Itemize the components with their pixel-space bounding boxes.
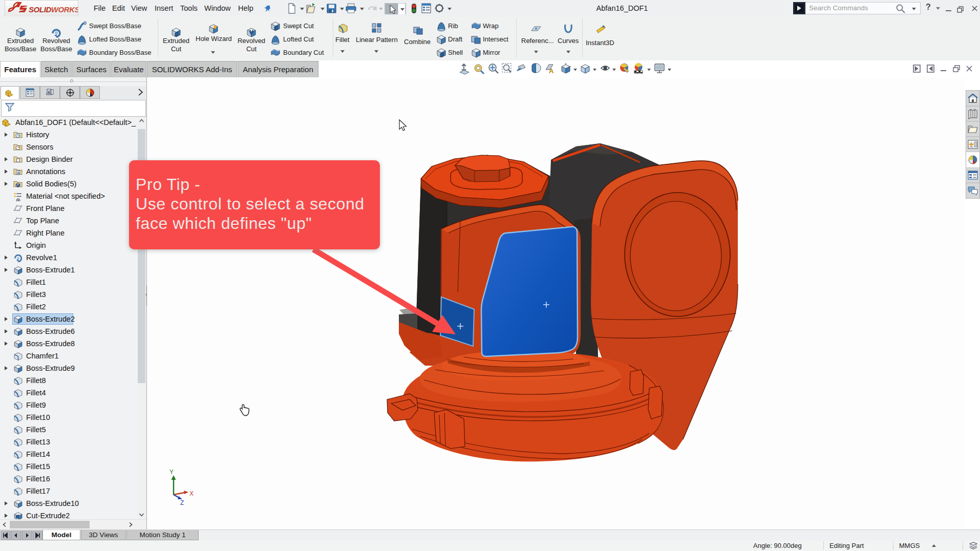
svg-text:Y: Y: [169, 469, 174, 476]
svg-text:X: X: [189, 490, 194, 497]
svg-text:Z: Z: [180, 499, 184, 506]
